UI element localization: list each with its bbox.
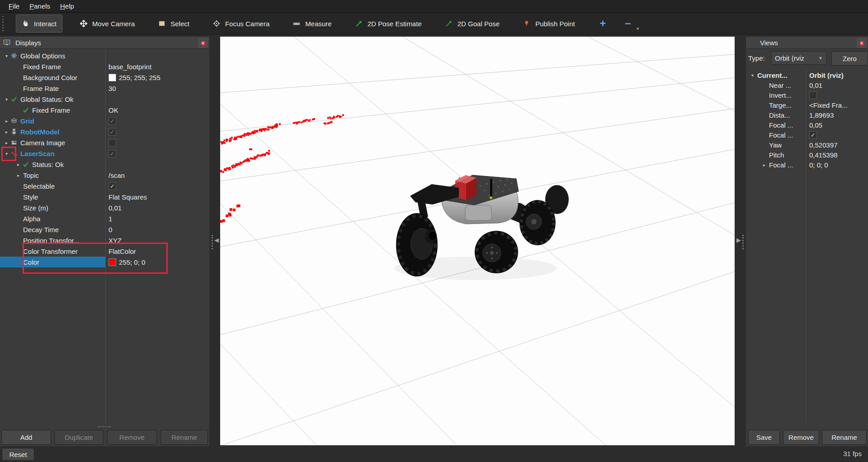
- value-text[interactable]: Flat Squares: [108, 193, 147, 201]
- tree-row-decay-time[interactable]: Decay Time0: [0, 224, 209, 235]
- value-text[interactable]: Orbit (rviz): [809, 71, 844, 79]
- tree-row-position-transfor[interactable]: Position Transfor...XYZ: [0, 235, 209, 246]
- value-text[interactable]: 0; 0; 0: [809, 161, 828, 169]
- splitter-grip[interactable]: [212, 235, 213, 249]
- tree-row-fixed-frame[interactable]: Fixed FrameOK: [0, 105, 209, 115]
- collapse-arrow-icon[interactable]: ▾: [3, 97, 10, 102]
- save-view-button[interactable]: Save: [748, 430, 780, 445]
- menu-panels[interactable]: Panels: [24, 1, 55, 11]
- zero-button[interactable]: Zero: [831, 51, 868, 66]
- tree-row-laserscan[interactable]: ▾LaserScan✓: [0, 148, 209, 159]
- tree-row-targe[interactable]: Targe...<Fixed Fra...: [746, 100, 868, 110]
- menu-help[interactable]: Help: [55, 1, 79, 11]
- value-text[interactable]: 0,01: [108, 204, 122, 212]
- value-text[interactable]: 0,415398: [809, 151, 838, 159]
- value-text[interactable]: 255; 255; 255: [119, 74, 160, 81]
- add-tool-button[interactable]: +: [600, 18, 606, 30]
- checkbox-checked[interactable]: ✓: [108, 150, 116, 157]
- tree-row-alpha[interactable]: Alpha1: [0, 213, 209, 224]
- chevron-down-icon[interactable]: ▾: [637, 26, 639, 32]
- value-text[interactable]: OK: [108, 106, 118, 114]
- tree-row-dista[interactable]: Dista...1,89693: [746, 110, 868, 120]
- add-display-button[interactable]: Add: [1, 430, 51, 445]
- collapse-arrow-icon[interactable]: ▾: [749, 73, 756, 78]
- tree-row-color[interactable]: Color255; 0; 0: [0, 257, 209, 267]
- tree-row-size-m[interactable]: Size (m)0,01: [0, 202, 209, 213]
- color-swatch[interactable]: [108, 258, 116, 266]
- tree-row-status-ok[interactable]: ▸Status: Ok: [0, 159, 209, 170]
- tree-row-global-status-ok[interactable]: ▾Global Status: Ok: [0, 94, 209, 105]
- checkbox-unchecked[interactable]: [809, 91, 817, 99]
- menu-file[interactable]: File: [4, 1, 24, 11]
- checkbox-checked[interactable]: ✓: [809, 131, 817, 139]
- expand-arrow-icon[interactable]: ▸: [3, 140, 10, 145]
- tool-select[interactable]: Select: [152, 14, 195, 33]
- remove-tool-button[interactable]: −▾: [625, 18, 631, 30]
- tree-row-style[interactable]: StyleFlat Squares: [0, 191, 209, 202]
- value-text[interactable]: 0: [108, 226, 112, 233]
- collapse-arrow-icon[interactable]: ▾: [3, 53, 10, 58]
- value-text[interactable]: /scan: [108, 171, 125, 179]
- tree-row-invert[interactable]: Invert...: [746, 90, 868, 100]
- value-text[interactable]: FlatColor: [108, 248, 136, 255]
- value-text[interactable]: XYZ: [108, 237, 122, 244]
- displays-panel-titlebar[interactable]: Displays x: [0, 37, 209, 49]
- tree-row-grid[interactable]: ▸Grid✓: [0, 115, 209, 126]
- right-splitter[interactable]: ▶: [735, 37, 746, 446]
- checkbox-unchecked[interactable]: [108, 139, 116, 147]
- collapse-right-icon[interactable]: ▶: [736, 237, 741, 243]
- view-type-dropdown[interactable]: Orbit (rviz ▼: [771, 51, 827, 65]
- tool-move-camera[interactable]: Move Camera: [74, 14, 141, 33]
- left-splitter[interactable]: ◀: [209, 37, 220, 446]
- tree-row-color-transformer[interactable]: Color TransformerFlatColor: [0, 246, 209, 257]
- tree-row-pitch[interactable]: Pitch0,415398: [746, 150, 868, 160]
- close-displays-button[interactable]: x: [198, 38, 208, 48]
- value-text[interactable]: 1: [108, 215, 112, 223]
- expand-arrow-icon[interactable]: ▸: [14, 173, 22, 178]
- tool-focus-camera[interactable]: Focus Camera: [207, 14, 275, 33]
- tree-row-current[interactable]: ▾Current...Orbit (rviz): [746, 70, 868, 80]
- views-panel-titlebar[interactable]: Views x: [746, 37, 868, 49]
- tree-row-global-options[interactable]: ▾Global Options: [0, 50, 209, 61]
- tree-row-frame-rate[interactable]: Frame Rate30: [0, 83, 209, 94]
- tree-row-topic[interactable]: ▸Topic/scan: [0, 170, 209, 181]
- expand-arrow-icon[interactable]: ▸: [3, 119, 10, 124]
- value-text[interactable]: 255; 0; 0: [119, 258, 145, 266]
- collapse-left-icon[interactable]: ◀: [214, 237, 219, 243]
- value-text[interactable]: 1,89693: [809, 111, 834, 119]
- tool-2d-pose-estimate[interactable]: 2D Pose Estimate: [349, 14, 428, 33]
- checkbox-checked[interactable]: ✓: [108, 128, 116, 136]
- close-views-button[interactable]: x: [857, 38, 866, 48]
- value-text[interactable]: 0,05: [809, 121, 822, 129]
- tree-row-focal[interactable]: ▸Focal ...0; 0; 0: [746, 160, 868, 170]
- value-text[interactable]: 0,520397: [809, 141, 838, 149]
- value-text[interactable]: 0,01: [809, 81, 822, 89]
- tree-row-selectable[interactable]: Selectable✓: [0, 181, 209, 191]
- value-text[interactable]: 30: [108, 85, 116, 92]
- tree-row-background-color[interactable]: Background Color255; 255; 255: [0, 72, 209, 83]
- 3d-viewport[interactable]: [220, 37, 735, 445]
- tree-row-near[interactable]: Near ...0,01: [746, 80, 868, 90]
- tree-row-focal[interactable]: Focal ...0,05: [746, 120, 868, 130]
- tool-publish-point[interactable]: Publish Point: [517, 14, 581, 33]
- tree-row-camera-image[interactable]: ▸Camera Image: [0, 137, 209, 148]
- remove-view-button[interactable]: Remove: [783, 430, 819, 445]
- expand-arrow-icon[interactable]: ▸: [760, 162, 768, 167]
- splitter-grip[interactable]: [742, 235, 744, 249]
- tool-2d-goal-pose[interactable]: 2D Goal Pose: [439, 14, 505, 33]
- panel-resize-handle[interactable]: [98, 426, 111, 427]
- tool-interact[interactable]: Interact: [16, 14, 62, 33]
- tree-row-fixed-frame[interactable]: Fixed Framebase_footprint: [0, 61, 209, 72]
- toolbar-drag-handle[interactable]: [2, 16, 6, 31]
- expand-arrow-icon[interactable]: ▸: [14, 162, 22, 167]
- checkbox-checked[interactable]: ✓: [108, 182, 116, 190]
- rename-view-button[interactable]: Rename: [822, 430, 867, 445]
- value-text[interactable]: base_footprint: [108, 63, 151, 71]
- collapse-arrow-icon[interactable]: ▾: [3, 151, 10, 156]
- expand-arrow-icon[interactable]: ▸: [3, 129, 10, 134]
- color-swatch[interactable]: [108, 74, 116, 81]
- value-text[interactable]: <Fixed Fra...: [809, 101, 848, 109]
- tree-row-yaw[interactable]: Yaw0,520397: [746, 140, 868, 150]
- checkbox-checked[interactable]: ✓: [108, 117, 116, 125]
- tree-row-robotmodel[interactable]: ▸RobotModel✓: [0, 126, 209, 137]
